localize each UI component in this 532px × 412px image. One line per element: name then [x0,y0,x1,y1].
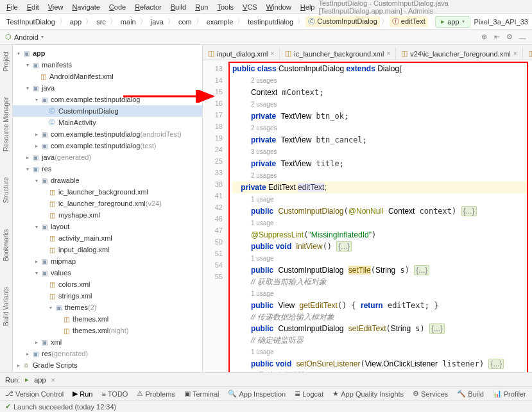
tab-close-icon[interactable]: × [513,50,517,57]
menu-help[interactable]: Help [296,2,319,12]
tree-java-gen[interactable]: java [42,153,55,161]
tree-themes-xml[interactable]: themes.xml [73,315,108,323]
tree-pkg[interactable]: com.example.testinputdialog [51,96,140,103]
crumb-main[interactable]: main [118,17,139,26]
tree-ic-bg[interactable]: ic_launcher_background.xml [58,188,148,196]
tree-values[interactable]: values [51,269,71,277]
tree-xml-dir[interactable]: xml [51,338,62,346]
bottom-services[interactable]: ⚙Services [413,390,448,398]
menu-view[interactable]: View [44,2,67,12]
tree-ic-fg[interactable]: ic_launcher_foreground.xml [58,200,146,207]
code-editor[interactable]: public class CustomInputDialog extends D… [227,60,532,395]
hide-icon[interactable]: — [518,33,527,42]
crumb-src[interactable]: src [94,17,108,26]
tree-custom-input-dialog[interactable]: CustomInputDialog [58,107,119,115]
line-numbers: 13141516171819242533384142464750515455 [203,60,227,395]
menu-edit[interactable]: Edit [23,2,43,12]
bottom-build[interactable]: 🔨Build [457,390,483,398]
bottom-profiler[interactable]: 📊Profiler [493,390,526,398]
tree-mipmap[interactable]: mipmap [51,257,76,265]
menu-file[interactable]: File [3,2,22,12]
gutter-resource-manager[interactable]: Resource Manager [3,97,10,151]
bottom-app-quality-insights[interactable]: ★App Quality Insights [332,390,404,398]
menu-run[interactable]: Run [191,2,212,12]
tree-input-dialog[interactable]: input_dialog.xml [58,246,110,253]
settings-icon[interactable]: ⚙ [505,33,514,42]
tree-pkg-test[interactable]: com.example.testinputdialog [51,142,140,150]
crumb-java[interactable]: java [148,17,166,26]
run-panel-label: Run: [5,376,20,384]
tree-colors[interactable]: colors.xml [58,280,90,288]
editor-tabs: ◫input_dialog.xml×◫ic_launcher_backgroun… [203,45,532,60]
bottom-problems[interactable]: ⚠Problems [137,390,175,398]
menu-navigate[interactable]: Navigate [68,2,103,12]
status-text: Launch succeeded (today 12:34) [13,403,116,411]
gutter-project[interactable]: Project [3,51,10,71]
tree-themes-dir[interactable]: themes [65,304,88,311]
menu-build[interactable]: Build [167,2,190,12]
tree-manifests[interactable]: manifests [42,61,72,69]
crumb-testinputdialog[interactable]: testinputdialog [245,17,296,26]
target-icon[interactable]: ⊕ [479,33,488,42]
tree-myshape[interactable]: myshape.xml [58,211,100,219]
tree-app[interactable]: app [33,49,46,57]
crumb-app[interactable]: app [67,17,84,26]
tree-layout[interactable]: layout [51,223,69,230]
crumb-example[interactable]: example [204,17,236,26]
tree-strings[interactable]: strings.xml [58,292,92,300]
run-panel-app[interactable]: app [34,376,46,384]
crumb-com[interactable]: com [176,17,194,26]
project-tree[interactable]: ▾▣app ▾▣manifests ◫AndroidManifest.xml ▾… [13,45,203,395]
menu-window[interactable]: Window [262,2,295,12]
menu-vcs[interactable]: VCS [239,2,261,12]
tree-java[interactable]: java [42,84,55,92]
tab-close-icon[interactable]: × [386,50,390,57]
bottom-app-inspection[interactable]: 🔍App Inspection [228,390,286,398]
tree-main-activity[interactable]: MainActivity [58,119,96,126]
tree-res[interactable]: res [42,165,51,173]
crumb-edittext[interactable]: ⓕ editText [390,16,428,27]
tab-ic-launcher-background-xml[interactable]: ◫ic_launcher_background.xml× [280,47,396,60]
tree-pkg-androidtest[interactable]: com.example.testinputdialog [51,130,140,138]
bottom-version-control[interactable]: ⎇Version Control [5,390,64,398]
collapse-icon[interactable]: ⇤ [492,33,501,42]
tab-v24-ic-launcher-foreground-xml[interactable]: ◫v24\ic_launcher_foreground.xml× [396,47,522,60]
window-title: TestInputDialog - CustomInputDialog.java… [318,0,529,15]
tree-gradle[interactable]: Gradle Scripts [33,361,78,369]
tree-themes-night[interactable]: themes.xml [73,327,108,334]
bottom-todo[interactable]: ≡TODO [101,390,128,398]
menu-code[interactable]: Code [105,2,130,12]
crumb-custominputdialog[interactable]: Ⓒ CustomInputDialog [305,16,380,27]
menu-refactor[interactable]: Refactor [131,2,166,12]
tree-res-gen[interactable]: res [42,350,51,357]
bottom-run[interactable]: ▶Run [73,390,92,398]
bottom-logcat[interactable]: ≣Logcat [295,390,323,398]
run-config-selector[interactable]: ▸app▾ [435,16,470,28]
gutter-structure[interactable]: Structure [3,177,10,203]
tree-android-manifest[interactable]: AndroidManifest.xml [49,73,114,80]
tab-close-icon[interactable]: × [271,50,275,57]
tab-input-dialog-xml[interactable]: ◫input_dialog.xml× [203,47,280,60]
tree-activity-main[interactable]: activity_main.xml [58,234,112,242]
gutter-bookmarks[interactable]: Bookmarks [3,229,10,261]
bottom-terminal[interactable]: ▣Terminal [184,390,219,398]
device-selector[interactable]: Pixel_3a_API_33 [474,18,528,26]
project-view-label[interactable]: Android [14,33,39,41]
breadcrumb: TestInputDialog〉app〉src〉main〉java〉com〉ex… [0,14,532,30]
menu-tools[interactable]: Tools [213,2,237,12]
tree-drawable[interactable]: drawable [51,176,80,184]
gutter-build-variants[interactable]: Build Variants [3,287,10,326]
crumb-testinputdialog[interactable]: TestInputDialog [4,17,58,26]
tab-myshap[interactable]: ◫myshap× [523,47,532,60]
